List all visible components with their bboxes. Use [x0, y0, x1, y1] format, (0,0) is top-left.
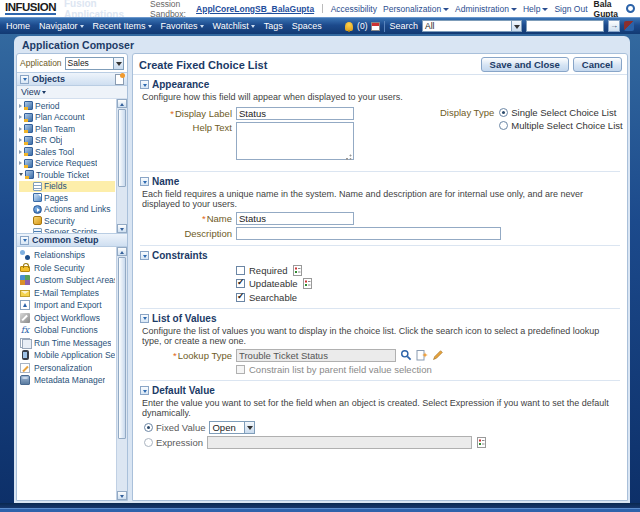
common-setup-metadata-manager[interactable]: Metadata Manager: [20, 374, 115, 387]
common-setup-relationships[interactable]: Relationships: [20, 249, 115, 262]
common-setup-global-functions[interactable]: fxGlobal Functions: [20, 324, 115, 337]
common-setup-personalization[interactable]: Personalization: [20, 362, 115, 375]
common-setup-mobile-application-setup[interactable]: Mobile Application Setup: [20, 349, 115, 362]
tree-item-pages[interactable]: Pages: [19, 192, 115, 204]
new-object-icon[interactable]: [115, 74, 124, 85]
tree-item-period[interactable]: Period: [19, 100, 115, 112]
application-select[interactable]: Sales: [65, 57, 124, 70]
scroll-up-icon[interactable]: [117, 247, 127, 256]
common-setup-scrollbar[interactable]: [116, 247, 127, 500]
nav-recent-items[interactable]: Recent Items: [93, 21, 152, 31]
nav-watchlist[interactable]: Watchlist: [213, 21, 255, 31]
searchable-checkbox[interactable]: [236, 293, 245, 302]
collapse-icon[interactable]: [140, 80, 149, 89]
collapse-icon[interactable]: [140, 177, 149, 186]
tree-item-plan-account[interactable]: Plan Account: [19, 112, 115, 124]
accessibility-link[interactable]: Accessibility: [331, 4, 377, 14]
scrollbar-thumb[interactable]: [118, 109, 126, 187]
administration-menu[interactable]: Administration: [455, 4, 517, 14]
chevron-down-icon: [251, 25, 255, 28]
expand-icon[interactable]: [19, 104, 22, 108]
single-select-option[interactable]: Single Select Choice List: [499, 107, 622, 118]
nav-tags[interactable]: Tags: [264, 21, 283, 31]
relationships-icon: [20, 250, 30, 260]
expression-builder-icon[interactable]: [292, 265, 303, 276]
search-scope-select[interactable]: All: [422, 20, 522, 32]
advanced-search-icon[interactable]: [624, 21, 634, 31]
sign-out-link[interactable]: Sign Out: [554, 4, 587, 14]
fixed-value-select[interactable]: Open: [209, 421, 255, 434]
main-panel: Create Fixed Choice List Save and Close …: [132, 53, 628, 501]
save-and-close-button[interactable]: Save and Close: [481, 57, 569, 72]
fixed-value-option[interactable]: Fixed Value: [144, 422, 205, 433]
search-label: Search: [389, 21, 418, 31]
scroll-down-icon[interactable]: [117, 224, 127, 233]
tree-item-security[interactable]: Security: [19, 215, 115, 227]
section-name: Name Each field requires a unique name i…: [140, 171, 620, 240]
view-menu-button[interactable]: View: [17, 86, 127, 99]
cancel-button[interactable]: Cancel: [573, 57, 622, 72]
expand-icon[interactable]: [19, 161, 22, 165]
expand-icon[interactable]: [19, 138, 22, 142]
collapse-icon[interactable]: [20, 75, 29, 84]
collapse-expand-icon[interactable]: [19, 173, 23, 176]
collapse-icon[interactable]: [20, 236, 29, 245]
help-text-input[interactable]: [236, 122, 354, 160]
tree-item-sales-tool[interactable]: Sales Tool: [19, 146, 115, 158]
scroll-down-icon[interactable]: [117, 491, 127, 500]
search-lookup-icon[interactable]: [400, 349, 412, 361]
expression-builder-icon[interactable]: [302, 278, 313, 289]
radio-icon[interactable]: [144, 438, 153, 447]
display-label-input[interactable]: [236, 107, 354, 120]
chevron-down-icon: [113, 58, 123, 69]
help-menu[interactable]: Help: [523, 4, 548, 14]
collapse-icon[interactable]: [140, 386, 149, 395]
tree-item-fields[interactable]: Fields: [19, 181, 115, 193]
multiple-select-option[interactable]: Multiple Select Choice List: [499, 120, 622, 131]
scroll-up-icon[interactable]: [117, 99, 127, 108]
tree-item-sr-obj[interactable]: SR Obj: [19, 135, 115, 147]
collapse-icon[interactable]: [140, 314, 149, 323]
common-setup-email-templates[interactable]: E-Mail Templates: [20, 287, 115, 300]
personalization-menu[interactable]: Personalization: [383, 4, 449, 14]
common-setup-run-time-messages[interactable]: Run Time Messages: [20, 337, 115, 350]
sandbox-link[interactable]: ApplCoreLongSB_BalaGupta: [196, 4, 314, 14]
common-setup-custom-subject-areas[interactable]: Custom Subject Areas: [20, 274, 115, 287]
search-go-button[interactable]: →: [608, 20, 620, 32]
tree-item-service-request[interactable]: Service Request: [19, 158, 115, 170]
common-setup-import-export[interactable]: Import and Export: [20, 299, 115, 312]
search-input[interactable]: [526, 20, 604, 32]
radio-icon[interactable]: [144, 423, 153, 432]
common-setup-role-security[interactable]: Role Security: [20, 262, 115, 275]
create-lookup-icon[interactable]: [416, 349, 428, 361]
name-input[interactable]: [236, 212, 354, 225]
notifications-bell-icon[interactable]: [345, 22, 353, 31]
expression-builder-icon[interactable]: [476, 437, 487, 448]
expression-option[interactable]: Expression: [144, 437, 203, 448]
tree-scrollbar[interactable]: [116, 99, 127, 233]
common-setup-object-workflows[interactable]: Object Workflows: [20, 312, 115, 325]
radio-icon[interactable]: [499, 108, 508, 117]
nav-spaces[interactable]: Spaces: [292, 21, 322, 31]
worklist-icon[interactable]: [371, 22, 380, 31]
nav-favorites[interactable]: Favorites: [161, 21, 204, 31]
nav-navigator[interactable]: Navigator: [39, 21, 84, 31]
tree-item-trouble-ticket[interactable]: Trouble Ticket: [19, 169, 115, 181]
required-checkbox[interactable]: [236, 266, 245, 275]
tree-item-plan-team[interactable]: Plan Team: [19, 123, 115, 135]
collapse-icon[interactable]: [140, 251, 149, 260]
description-input[interactable]: [236, 227, 501, 240]
required-row: Required: [236, 265, 620, 276]
section-default-value: Default Value Enter the value you want t…: [140, 380, 620, 449]
radio-icon[interactable]: [499, 121, 508, 130]
edit-pencil-icon[interactable]: [432, 349, 444, 361]
expand-icon[interactable]: [19, 150, 22, 154]
expand-icon[interactable]: [19, 127, 22, 131]
scrollbar-thumb[interactable]: [118, 257, 126, 439]
tree-item-actions-and-links[interactable]: Actions and Links: [19, 204, 115, 216]
actions-links-icon: [33, 205, 42, 214]
nav-home[interactable]: Home: [6, 21, 30, 31]
updateable-checkbox[interactable]: [236, 279, 245, 288]
expand-icon[interactable]: [19, 115, 22, 119]
tree-item-server-scripts[interactable]: Server Scripts: [19, 227, 115, 234]
